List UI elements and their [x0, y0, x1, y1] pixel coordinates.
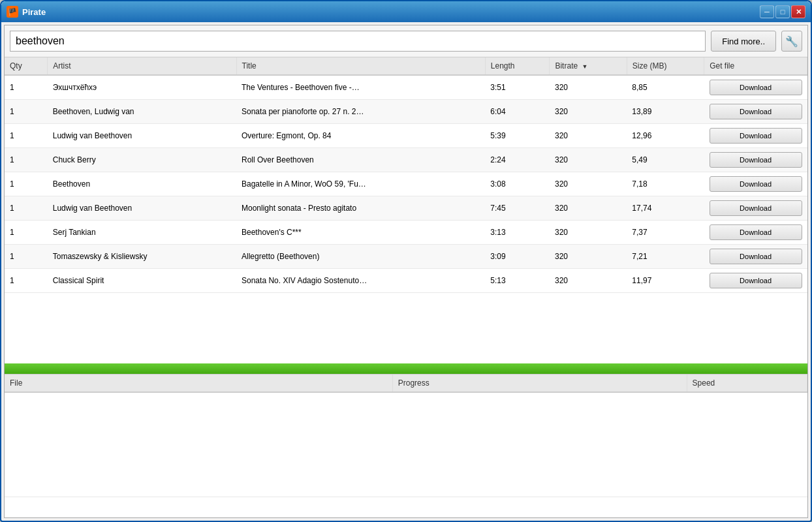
cell-length: 5:13 [485, 269, 550, 293]
cell-bitrate: 320 [550, 245, 627, 269]
cell-size: 8,85 [627, 75, 704, 100]
cell-download: Download [704, 148, 807, 172]
downloads-empty-row [5, 392, 807, 497]
sort-arrow-icon: ▼ [582, 63, 587, 70]
cell-title: Bagatelle in A Minor, WoO 59, 'Fu… [236, 172, 485, 196]
cell-bitrate: 320 [550, 196, 627, 221]
cell-download: Download [704, 100, 807, 124]
cell-size: 12,96 [627, 124, 704, 148]
cell-qty: 1 [5, 196, 48, 221]
settings-button[interactable]: 🔧 [781, 31, 802, 52]
col-header-qty: Qty [5, 57, 48, 75]
cell-length: 3:13 [485, 221, 550, 245]
cell-title: Overture: Egmont, Op. 84 [236, 124, 485, 148]
cell-qty: 1 [5, 75, 48, 100]
cell-size: 11,97 [627, 269, 704, 293]
cell-length: 2:24 [485, 148, 550, 172]
download-button[interactable]: Download [710, 80, 802, 95]
cell-download: Download [704, 75, 807, 100]
col-header-size: Size (MB) [627, 57, 704, 75]
find-more-button[interactable]: Find more.. [711, 31, 776, 52]
download-button[interactable]: Download [710, 224, 802, 240]
download-button[interactable]: Download [710, 104, 802, 119]
download-button[interactable]: Download [710, 128, 802, 144]
results-table-container[interactable]: Qty Artist Title Length Bitrate ▼ Size (… [5, 57, 807, 363]
cell-title: Sonata No. XIV Adagio Sostenuto… [236, 269, 485, 293]
cell-size: 7,21 [627, 245, 704, 269]
cell-download: Download [704, 124, 807, 148]
cell-artist: Classical Spirit [48, 269, 236, 293]
cell-title: Moonlight sonata - Presto agitato [236, 196, 485, 221]
cell-size: 7,18 [627, 172, 704, 196]
close-button[interactable]: ✕ [791, 5, 805, 18]
cell-bitrate: 320 [550, 124, 627, 148]
downloads-section: File Progress Speed [5, 374, 807, 517]
cell-artist: Beethoven [48, 172, 236, 196]
progress-divider [5, 363, 807, 374]
cell-qty: 1 [5, 124, 48, 148]
cell-title: Roll Over Beethoven [236, 148, 485, 172]
download-button[interactable]: Download [710, 273, 802, 288]
downloads-header-row: File Progress Speed [5, 375, 807, 392]
window-content: Find more.. 🔧 [4, 25, 808, 518]
cell-length: 6:04 [485, 100, 550, 124]
col-header-artist: Artist [48, 57, 236, 75]
download-button[interactable]: Download [710, 152, 802, 168]
cell-artist: Ludwig van Beethoven [48, 124, 236, 148]
cell-bitrate: 320 [550, 269, 627, 293]
cell-artist: Serj Tankian [48, 221, 236, 245]
col-header-title: Title [236, 57, 485, 75]
cell-artist: Chuck Berry [48, 148, 236, 172]
cell-title: Beethoven's C*** [236, 221, 485, 245]
cell-title: Allegretto (Beethoven) [236, 245, 485, 269]
table-row: 1 Ludwig van Beethoven Moonlight sonata … [5, 196, 807, 221]
dl-col-header-speed: Speed [687, 375, 807, 392]
table-row: 1 Serj Tankian Beethoven's C*** 3:13 320… [5, 221, 807, 245]
table-row: 1 Эхшчтхёħхэ The Ventures - Beethoven fi… [5, 75, 807, 100]
window-controls: ─ □ ✕ [760, 5, 805, 18]
cell-qty: 1 [5, 245, 48, 269]
col-header-bitrate[interactable]: Bitrate ▼ [550, 57, 627, 75]
table-header-row: Qty Artist Title Length Bitrate ▼ Size (… [5, 57, 807, 75]
download-button[interactable]: Download [710, 176, 802, 192]
table-row: 1 Beethoven Bagatelle in A Minor, WoO 59… [5, 172, 807, 196]
table-row: 1 Classical Spirit Sonata No. XIV Adagio… [5, 269, 807, 293]
cell-qty: 1 [5, 269, 48, 293]
cell-length: 3:08 [485, 172, 550, 196]
cell-bitrate: 320 [550, 172, 627, 196]
title-bar: 🏴 Pirate ─ □ ✕ [1, 1, 811, 22]
search-bar: Find more.. 🔧 [5, 25, 807, 57]
download-button[interactable]: Download [710, 200, 802, 216]
window-title: Pirate [22, 7, 760, 17]
cell-length: 3:09 [485, 245, 550, 269]
results-table: Qty Artist Title Length Bitrate ▼ Size (… [5, 57, 807, 293]
cell-download: Download [704, 245, 807, 269]
downloads-table: File Progress Speed [5, 375, 807, 497]
cell-artist: Tomaszewsky & Kisliewsky [48, 245, 236, 269]
downloads-table-container[interactable]: File Progress Speed [5, 375, 807, 517]
cell-download: Download [704, 269, 807, 293]
cell-size: 7,37 [627, 221, 704, 245]
cell-length: 3:51 [485, 75, 550, 100]
cell-size: 17,74 [627, 196, 704, 221]
col-header-get-file: Get file [704, 57, 807, 75]
col-header-length: Length [485, 57, 550, 75]
app-icon: 🏴 [7, 6, 18, 18]
download-button[interactable]: Download [710, 249, 802, 264]
cell-qty: 1 [5, 148, 48, 172]
maximize-button[interactable]: □ [775, 5, 790, 18]
minimize-button[interactable]: ─ [760, 5, 774, 18]
cell-download: Download [704, 172, 807, 196]
cell-title: The Ventures - Beethoven five -… [236, 75, 485, 100]
search-input[interactable] [10, 31, 706, 52]
cell-qty: 1 [5, 172, 48, 196]
table-row: 1 Beethoven, Ludwig van Sonata per piano… [5, 100, 807, 124]
table-row: 1 Tomaszewsky & Kisliewsky Allegretto (B… [5, 245, 807, 269]
table-row: 1 Ludwig van Beethoven Overture: Egmont,… [5, 124, 807, 148]
cell-bitrate: 320 [550, 221, 627, 245]
cell-download: Download [704, 196, 807, 221]
dl-col-header-progress: Progress [392, 375, 687, 392]
results-section: Qty Artist Title Length Bitrate ▼ Size (… [5, 57, 807, 363]
cell-length: 7:45 [485, 196, 550, 221]
cell-artist: Beethoven, Ludwig van [48, 100, 236, 124]
